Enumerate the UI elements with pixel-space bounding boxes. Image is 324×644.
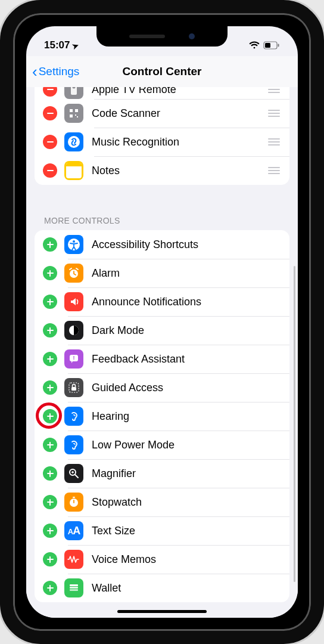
svg-rect-24 — [70, 589, 78, 591]
magnifier-icon — [64, 464, 83, 483]
accessibility-icon — [64, 235, 83, 254]
location-services-icon: ➤ — [71, 40, 80, 51]
svg-rect-1 — [265, 43, 270, 48]
row-label: Dark Mode — [92, 324, 281, 337]
row-label: Announce Notifications — [92, 296, 281, 308]
reorder-handle-icon[interactable] — [267, 138, 281, 145]
svg-rect-6 — [75, 109, 78, 112]
row-label: Low Power Mode — [92, 439, 281, 451]
svg-rect-18 — [71, 387, 76, 391]
table-row[interactable]: Low Power Mode — [35, 431, 289, 459]
scroll-indicator — [294, 266, 295, 582]
remote-icon — [64, 87, 83, 99]
table-row[interactable]: Announce Notifications — [35, 287, 289, 316]
add-button[interactable] — [43, 237, 57, 252]
row-label: Feedback Assistant — [92, 353, 281, 366]
table-row[interactable]: AAText Size — [35, 516, 289, 545]
reorder-handle-icon[interactable] — [267, 87, 281, 93]
svg-point-10 — [68, 136, 80, 148]
ear-icon — [64, 407, 83, 426]
table-row[interactable]: Wallet — [35, 574, 289, 602]
table-row[interactable]: Apple TV Remote — [35, 87, 289, 99]
notch — [96, 26, 228, 47]
screen: 15:07 ➤ ‹ Settings Control Center — [26, 26, 298, 618]
table-row[interactable]: Notes — [35, 156, 289, 185]
wifi-icon — [249, 41, 260, 49]
svg-rect-2 — [278, 44, 279, 47]
row-label: Code Scanner — [92, 107, 267, 120]
svg-rect-21 — [73, 497, 75, 498]
feedback-icon: ! — [64, 349, 83, 369]
add-button[interactable] — [43, 323, 57, 338]
add-button[interactable] — [43, 380, 57, 395]
nav-bar: ‹ Settings Control Center — [26, 56, 298, 87]
table-row[interactable]: Dark Mode — [35, 316, 289, 345]
row-label: Music Recognition — [92, 136, 267, 148]
reorder-handle-icon[interactable] — [267, 110, 281, 117]
svg-rect-5 — [70, 109, 73, 112]
included-controls-group: Apple TV Remote Code Scanner M — [35, 87, 289, 185]
add-button[interactable] — [43, 552, 57, 566]
ear2-icon — [64, 435, 83, 454]
row-label: Alarm — [92, 267, 281, 280]
back-label: Settings — [39, 65, 80, 78]
stopwatch-icon — [64, 493, 83, 512]
add-button[interactable] — [43, 266, 57, 280]
add-button[interactable] — [43, 295, 57, 309]
remove-button[interactable] — [43, 163, 57, 178]
add-button[interactable] — [43, 409, 57, 423]
add-button[interactable] — [43, 466, 57, 481]
table-row[interactable]: Hearing — [35, 402, 289, 431]
svg-rect-9 — [77, 116, 78, 117]
status-time: 15:07 — [44, 39, 70, 51]
textsize-icon: AA — [64, 521, 83, 540]
table-row[interactable]: Voice Memos — [35, 545, 289, 574]
svg-rect-7 — [70, 114, 73, 117]
page-title: Control Center — [123, 65, 202, 78]
chevron-left-icon: ‹ — [32, 64, 38, 79]
remove-button[interactable] — [43, 87, 57, 97]
table-row[interactable]: Alarm — [35, 259, 289, 287]
announce-icon — [64, 292, 83, 311]
add-button[interactable] — [43, 495, 57, 509]
row-label: Magnifier — [92, 467, 281, 480]
row-label: Stopwatch — [92, 496, 281, 509]
row-label: Apple TV Remote — [92, 87, 267, 96]
table-row[interactable]: !Feedback Assistant — [35, 345, 289, 373]
svg-rect-8 — [75, 114, 76, 116]
reorder-handle-icon[interactable] — [267, 167, 281, 174]
shazam-icon — [64, 132, 83, 151]
add-button[interactable] — [43, 438, 57, 452]
remove-button[interactable] — [43, 135, 57, 149]
row-label: Text Size — [92, 525, 281, 537]
table-row[interactable]: Magnifier — [35, 459, 289, 488]
remove-button[interactable] — [43, 106, 57, 120]
more-controls-group: Accessibility ShortcutsAlarmAnnounce Not… — [35, 230, 289, 602]
qr-icon — [64, 104, 83, 123]
lock-icon — [64, 378, 83, 397]
back-button[interactable]: ‹ Settings — [32, 56, 79, 87]
add-button[interactable] — [43, 524, 57, 538]
table-row[interactable]: Music Recognition — [35, 128, 289, 156]
svg-rect-22 — [70, 584, 78, 586]
table-row[interactable]: Code Scanner — [35, 99, 289, 128]
darkmode-icon — [64, 321, 83, 340]
table-row[interactable]: Guided Access — [35, 373, 289, 402]
svg-rect-23 — [70, 587, 78, 589]
table-row[interactable]: Accessibility Shortcuts — [35, 230, 289, 259]
row-label: Guided Access — [92, 382, 281, 394]
content-scroll[interactable]: Apple TV Remote Code Scanner M — [26, 87, 298, 618]
table-row[interactable]: Stopwatch — [35, 488, 289, 516]
row-label: Notes — [92, 165, 267, 177]
alarm-icon — [64, 264, 83, 283]
home-indicator[interactable] — [117, 610, 207, 613]
voicememo-icon — [64, 550, 83, 569]
svg-text:!: ! — [73, 355, 75, 361]
row-label: Wallet — [92, 582, 281, 595]
svg-point-12 — [73, 240, 75, 243]
section-header-more: MORE CONTROLS — [26, 203, 298, 230]
wallet-icon — [64, 578, 83, 597]
add-button[interactable] — [43, 352, 57, 366]
add-button[interactable] — [43, 581, 57, 595]
row-label: Hearing — [92, 410, 281, 423]
